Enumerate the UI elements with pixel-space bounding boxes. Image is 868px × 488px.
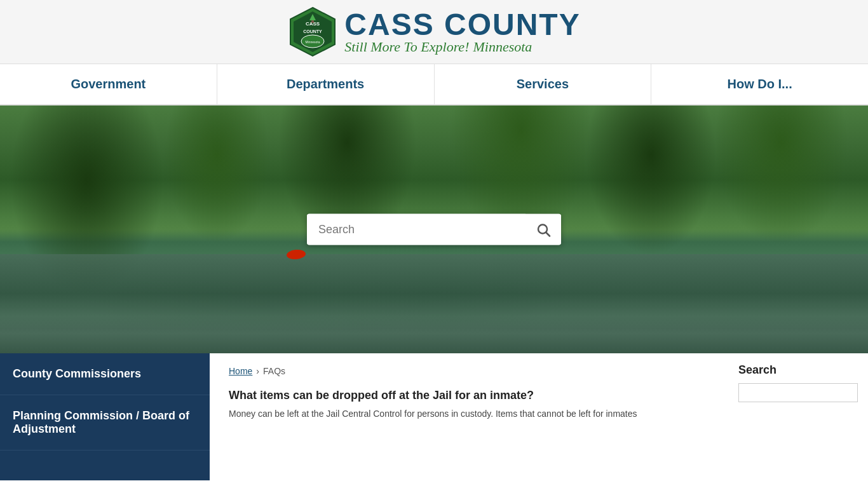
faq-question: What items can be dropped off at the Jai… (229, 389, 709, 402)
right-search-input[interactable] (738, 383, 858, 402)
county-badge-icon: CASS COUNTY Minnesota (287, 6, 338, 57)
breadcrumb: Home › FAQs (229, 366, 709, 376)
svg-text:Minnesota: Minnesota (306, 40, 320, 44)
hero-banner (0, 105, 868, 353)
breadcrumb-current: FAQs (263, 366, 285, 376)
sidebar: County Commissioners Planning Commission… (0, 353, 210, 480)
main-nav: Government Departments Services How Do I… (0, 64, 868, 105)
logo-text-area: CASS COUNTY Still More To Explore! Minne… (344, 10, 580, 54)
nav-item-how-do-i[interactable]: How Do I... (651, 64, 868, 104)
faq-section: What items can be dropped off at the Jai… (229, 389, 709, 421)
nav-item-departments[interactable]: Departments (217, 64, 435, 104)
right-panel-title: Search (738, 363, 858, 377)
site-header: CASS COUNTY Minnesota CASS COUNTY Still … (0, 0, 868, 64)
main-content: Home › FAQs What items can be dropped of… (210, 353, 728, 480)
hero-search-container (307, 214, 561, 245)
breadcrumb-separator: › (256, 366, 259, 376)
hero-water (0, 254, 868, 353)
svg-line-9 (546, 233, 550, 236)
sidebar-item-planning-commission[interactable]: Planning Commission / Board of Adjustmen… (0, 395, 210, 451)
sidebar-item-county-commissioners[interactable]: County Commissioners (0, 353, 210, 395)
breadcrumb-home[interactable]: Home (229, 366, 252, 376)
content-area: County Commissioners Planning Commission… (0, 353, 868, 480)
county-state-text: Minnesota (473, 40, 532, 54)
nav-item-government[interactable]: Government (0, 64, 217, 104)
county-name-text: CASS COUNTY (344, 10, 580, 40)
svg-text:COUNTY: COUNTY (304, 29, 323, 34)
nav-item-services[interactable]: Services (435, 64, 652, 104)
county-tagline-text: Still More To Explore! (344, 40, 469, 54)
svg-rect-7 (311, 20, 314, 23)
logo-area: CASS COUNTY Minnesota CASS COUNTY Still … (287, 6, 580, 57)
search-input[interactable] (307, 214, 526, 245)
search-button[interactable] (526, 214, 561, 245)
right-search-panel: Search (728, 353, 868, 480)
search-icon (536, 222, 551, 237)
faq-answer: Money can be left at the Jail Central Co… (229, 407, 709, 421)
